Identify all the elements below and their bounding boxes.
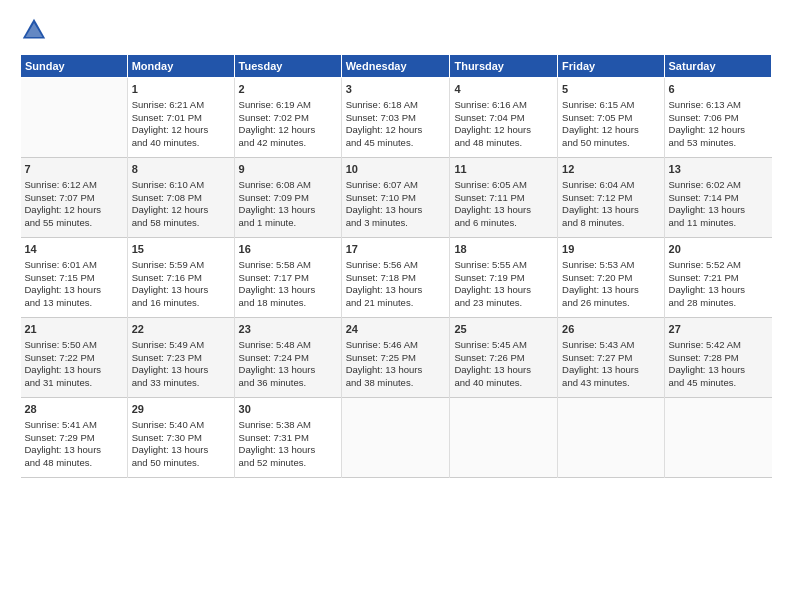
weekday-header-thursday: Thursday	[450, 55, 558, 78]
calendar-cell: 26Sunrise: 5:43 AMSunset: 7:27 PMDayligh…	[558, 318, 664, 398]
week-row-1: 1Sunrise: 6:21 AMSunset: 7:01 PMDaylight…	[21, 78, 772, 158]
calendar-cell: 16Sunrise: 5:58 AMSunset: 7:17 PMDayligh…	[234, 238, 341, 318]
day-number: 7	[25, 162, 123, 177]
day-number: 25	[454, 322, 553, 337]
day-number: 19	[562, 242, 659, 257]
logo-icon	[20, 16, 48, 44]
day-number: 24	[346, 322, 446, 337]
day-number: 12	[562, 162, 659, 177]
calendar-cell	[21, 78, 128, 158]
logo	[20, 16, 52, 44]
calendar-cell: 8Sunrise: 6:10 AMSunset: 7:08 PMDaylight…	[127, 158, 234, 238]
day-number: 23	[239, 322, 337, 337]
day-number: 27	[669, 322, 768, 337]
calendar-cell: 30Sunrise: 5:38 AMSunset: 7:31 PMDayligh…	[234, 398, 341, 478]
calendar-cell: 6Sunrise: 6:13 AMSunset: 7:06 PMDaylight…	[664, 78, 771, 158]
calendar-cell: 7Sunrise: 6:12 AMSunset: 7:07 PMDaylight…	[21, 158, 128, 238]
weekday-header-friday: Friday	[558, 55, 664, 78]
calendar-cell	[450, 398, 558, 478]
calendar-cell: 29Sunrise: 5:40 AMSunset: 7:30 PMDayligh…	[127, 398, 234, 478]
week-row-5: 28Sunrise: 5:41 AMSunset: 7:29 PMDayligh…	[21, 398, 772, 478]
day-number: 3	[346, 82, 446, 97]
calendar-cell: 12Sunrise: 6:04 AMSunset: 7:12 PMDayligh…	[558, 158, 664, 238]
calendar-table: SundayMondayTuesdayWednesdayThursdayFrid…	[20, 54, 772, 478]
calendar-cell: 9Sunrise: 6:08 AMSunset: 7:09 PMDaylight…	[234, 158, 341, 238]
calendar-cell: 4Sunrise: 6:16 AMSunset: 7:04 PMDaylight…	[450, 78, 558, 158]
calendar-cell: 18Sunrise: 5:55 AMSunset: 7:19 PMDayligh…	[450, 238, 558, 318]
calendar-cell: 15Sunrise: 5:59 AMSunset: 7:16 PMDayligh…	[127, 238, 234, 318]
calendar-cell: 11Sunrise: 6:05 AMSunset: 7:11 PMDayligh…	[450, 158, 558, 238]
calendar-cell: 14Sunrise: 6:01 AMSunset: 7:15 PMDayligh…	[21, 238, 128, 318]
week-row-2: 7Sunrise: 6:12 AMSunset: 7:07 PMDaylight…	[21, 158, 772, 238]
weekday-header-monday: Monday	[127, 55, 234, 78]
calendar-cell: 5Sunrise: 6:15 AMSunset: 7:05 PMDaylight…	[558, 78, 664, 158]
day-number: 10	[346, 162, 446, 177]
day-number: 4	[454, 82, 553, 97]
calendar-cell: 1Sunrise: 6:21 AMSunset: 7:01 PMDaylight…	[127, 78, 234, 158]
weekday-header-tuesday: Tuesday	[234, 55, 341, 78]
calendar-cell: 21Sunrise: 5:50 AMSunset: 7:22 PMDayligh…	[21, 318, 128, 398]
day-number: 29	[132, 402, 230, 417]
calendar-cell: 3Sunrise: 6:18 AMSunset: 7:03 PMDaylight…	[341, 78, 450, 158]
weekday-header-sunday: Sunday	[21, 55, 128, 78]
day-number: 22	[132, 322, 230, 337]
day-number: 13	[669, 162, 768, 177]
calendar-cell: 20Sunrise: 5:52 AMSunset: 7:21 PMDayligh…	[664, 238, 771, 318]
calendar-cell	[664, 398, 771, 478]
day-number: 30	[239, 402, 337, 417]
day-number: 17	[346, 242, 446, 257]
calendar-cell: 10Sunrise: 6:07 AMSunset: 7:10 PMDayligh…	[341, 158, 450, 238]
calendar-cell: 13Sunrise: 6:02 AMSunset: 7:14 PMDayligh…	[664, 158, 771, 238]
weekday-header-wednesday: Wednesday	[341, 55, 450, 78]
week-row-3: 14Sunrise: 6:01 AMSunset: 7:15 PMDayligh…	[21, 238, 772, 318]
day-number: 26	[562, 322, 659, 337]
day-number: 8	[132, 162, 230, 177]
weekday-header-row: SundayMondayTuesdayWednesdayThursdayFrid…	[21, 55, 772, 78]
calendar-cell: 2Sunrise: 6:19 AMSunset: 7:02 PMDaylight…	[234, 78, 341, 158]
week-row-4: 21Sunrise: 5:50 AMSunset: 7:22 PMDayligh…	[21, 318, 772, 398]
day-number: 15	[132, 242, 230, 257]
calendar-cell: 24Sunrise: 5:46 AMSunset: 7:25 PMDayligh…	[341, 318, 450, 398]
calendar-cell: 25Sunrise: 5:45 AMSunset: 7:26 PMDayligh…	[450, 318, 558, 398]
calendar-cell: 22Sunrise: 5:49 AMSunset: 7:23 PMDayligh…	[127, 318, 234, 398]
calendar-cell: 28Sunrise: 5:41 AMSunset: 7:29 PMDayligh…	[21, 398, 128, 478]
calendar-cell: 27Sunrise: 5:42 AMSunset: 7:28 PMDayligh…	[664, 318, 771, 398]
day-number: 2	[239, 82, 337, 97]
calendar-cell: 23Sunrise: 5:48 AMSunset: 7:24 PMDayligh…	[234, 318, 341, 398]
day-number: 11	[454, 162, 553, 177]
calendar-cell: 17Sunrise: 5:56 AMSunset: 7:18 PMDayligh…	[341, 238, 450, 318]
calendar-cell: 19Sunrise: 5:53 AMSunset: 7:20 PMDayligh…	[558, 238, 664, 318]
day-number: 16	[239, 242, 337, 257]
day-number: 14	[25, 242, 123, 257]
day-number: 5	[562, 82, 659, 97]
header	[20, 16, 772, 44]
page: SundayMondayTuesdayWednesdayThursdayFrid…	[0, 0, 792, 612]
day-number: 18	[454, 242, 553, 257]
weekday-header-saturday: Saturday	[664, 55, 771, 78]
day-number: 9	[239, 162, 337, 177]
day-number: 28	[25, 402, 123, 417]
calendar-cell	[341, 398, 450, 478]
day-number: 1	[132, 82, 230, 97]
day-number: 20	[669, 242, 768, 257]
calendar-cell	[558, 398, 664, 478]
day-number: 21	[25, 322, 123, 337]
day-number: 6	[669, 82, 768, 97]
